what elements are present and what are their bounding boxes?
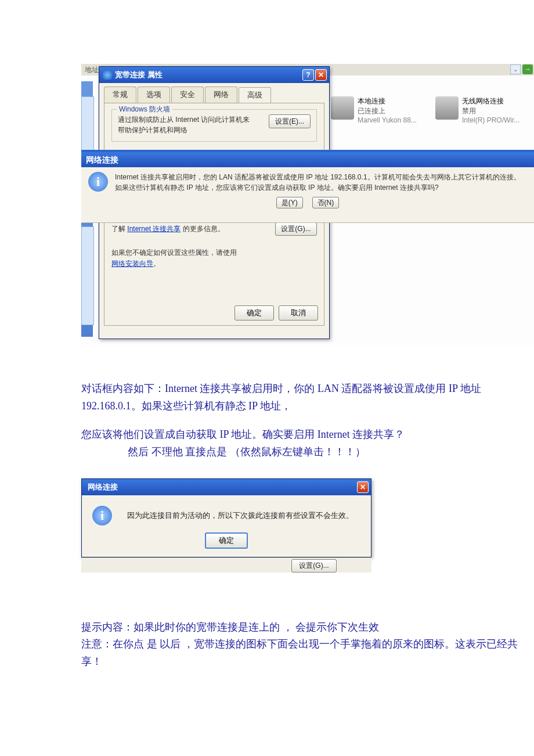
tab-options[interactable]: 选项: [138, 87, 170, 103]
screenshot-properties-and-msgbox: 地址(D) 网络连接 ⌄ → 本地连接 已连接上 Marvell Yukon 8…: [81, 64, 534, 345]
info-dialog: 网络连接 ✕ i 因为此连接目前为活动的，所以下次拨此连接前有些设置不会生效。 …: [81, 478, 371, 557]
tab-advanced[interactable]: 高级: [239, 87, 271, 103]
ics-settings-button[interactable]: 设置(G)...: [275, 222, 317, 236]
screenshot-active-connection-msgbox: 网络连接 ✕ i 因为此连接目前为活动的，所以下次拨此连接前有些设置不会生效。 …: [81, 478, 371, 573]
go-button[interactable]: →: [522, 64, 533, 74]
info-icon: i: [88, 172, 108, 192]
conn-name: 无线网络连接: [462, 96, 519, 106]
settings-button-fragment[interactable]: 设置(G)...: [291, 559, 337, 573]
no-button[interactable]: 否(N): [312, 197, 340, 208]
conn-device: Intel(R) PRO/Wir...: [462, 116, 519, 124]
ok-button[interactable]: 确定: [234, 305, 274, 321]
help-button[interactable]: ?: [302, 69, 314, 81]
dialog-text: 因为此连接目前为活动的，所以下次拨此连接前有些设置不会生效。: [127, 510, 353, 521]
tab-security[interactable]: 安全: [171, 87, 204, 103]
titlebar[interactable]: 宽带连接 属性 ? ✕: [99, 67, 329, 83]
conn-status: 禁用: [462, 106, 519, 116]
tab-network[interactable]: 网络: [205, 87, 237, 103]
info-icon: i: [92, 506, 112, 525]
doc-paragraph-3: 提示内容：如果此时你的宽带连接是连上的 ， 会提示你下次生效: [81, 619, 522, 636]
network-wizard-link[interactable]: 网络安装向导: [111, 260, 153, 268]
wifi-icon: [435, 96, 459, 120]
dialog-icon: [103, 70, 112, 80]
group-title-firewall: Windows 防火墙: [117, 105, 172, 114]
cancel-button[interactable]: 取消: [279, 305, 318, 321]
tab-strip: 常规 选项 安全 网络 高级: [99, 83, 329, 103]
ics-link[interactable]: Internet 连接共享: [127, 225, 181, 233]
titlebar[interactable]: 网络连接 ✕: [82, 479, 371, 495]
doc-paragraph-4: 注意：在你点 是 以后 ，宽带连接的图标下面会出现一个手掌拖着的原来的图标。这表…: [81, 636, 522, 670]
close-button[interactable]: ✕: [357, 481, 369, 493]
unsure-text: 如果您不确定如何设置这些属性，请使用 网络安装向导。: [111, 247, 317, 269]
close-button[interactable]: ✕: [315, 69, 327, 81]
dialog-title: 宽带连接 属性: [115, 70, 302, 80]
network-icon: [331, 96, 354, 120]
ok-button[interactable]: 确定: [205, 532, 248, 549]
msgbox-text: Internet 连接共享被启用时，您的 LAN 适配器将被设置成使用 IP 地…: [115, 172, 527, 193]
group-firewall: Windows 防火墙 通过限制或防止从 Internet 访问此计算机来帮助保…: [111, 109, 317, 142]
addrbar-controls: ⌄ →: [509, 64, 534, 75]
confirm-ics-msgbox: 网络连接 i Internet 连接共享被启用时，您的 LAN 适配器将被设置成…: [81, 150, 534, 223]
firewall-text: 通过限制或防止从 Internet 访问此计算机来帮助保护计算机和网络: [118, 114, 251, 135]
connection-local[interactable]: 本地连接 已连接上 Marvell Yukon 88...: [331, 96, 417, 124]
tab-general[interactable]: 常规: [104, 87, 136, 103]
learn-more-text: 了解 Internet 连接共享 的更多信息。: [111, 224, 225, 234]
firewall-settings-button[interactable]: 设置(E)...: [269, 114, 311, 128]
doc-paragraph-2: 您应该将他们设置成自动获取 IP 地址。确实要启用 Internet 连接共享？…: [81, 426, 522, 460]
sidebar-panel-2: [81, 226, 94, 325]
conn-device: Marvell Yukon 88...: [358, 116, 417, 124]
msgbox-title: 网络连接: [81, 152, 534, 167]
conn-name: 本地连接: [358, 96, 417, 106]
connection-wifi[interactable]: 无线网络连接 禁用 Intel(R) PRO/Wir...: [435, 96, 519, 124]
dropdown-icon[interactable]: ⌄: [510, 64, 521, 74]
background-fragment: 设置(G)...: [81, 557, 371, 573]
doc-paragraph-1: 对话框内容如下：Internet 连接共享被启用时，你的 LAN 适配器将被设置…: [81, 380, 522, 415]
conn-status: 已连接上: [358, 106, 417, 116]
yes-button[interactable]: 是(Y): [276, 197, 303, 208]
dialog-title: 网络连接: [85, 482, 357, 492]
